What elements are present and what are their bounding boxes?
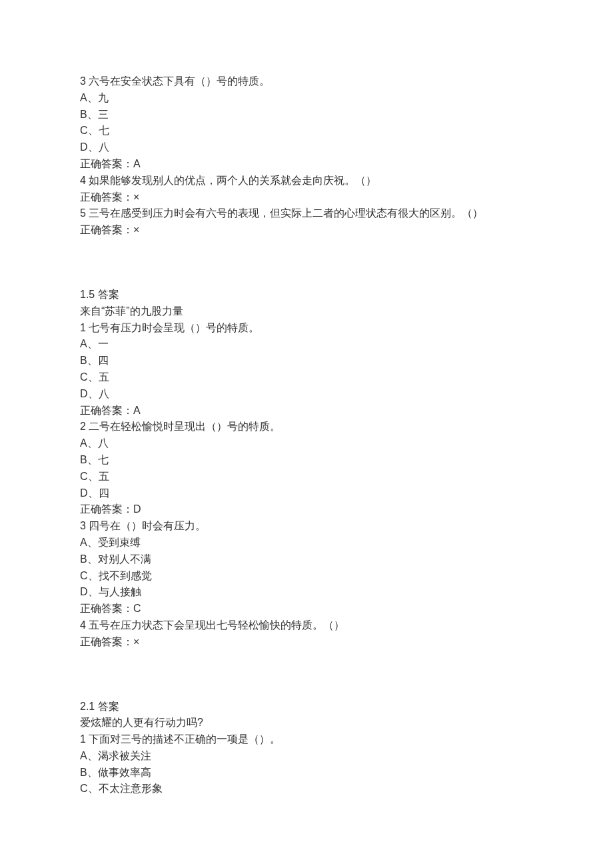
s15-q4-answer: 正确答案：×	[80, 634, 533, 651]
question-4-answer: 正确答案：×	[80, 189, 533, 206]
section-gap	[80, 239, 533, 287]
s15-q1-stem: 1 七号有压力时会呈现（）号的特质。	[80, 320, 533, 337]
s15-q2-option-c: C、五	[80, 469, 533, 485]
s15-q2-stem: 2 二号在轻松愉悦时呈现出（）号的特质。	[80, 419, 533, 435]
s15-q1-option-d: D、八	[80, 386, 533, 403]
s15-q3-option-b: B、对别人不满	[80, 551, 533, 568]
question-3-option-c: C、七	[80, 123, 533, 139]
section-2-1-title: 爱炫耀的人更有行动力吗?	[80, 715, 533, 731]
s15-q3-answer: 正确答案：C	[80, 601, 533, 617]
question-3-option-d: D、八	[80, 139, 533, 156]
s15-q3-option-a: A、受到束缚	[80, 535, 533, 551]
s15-q1-option-c: C、五	[80, 369, 533, 386]
question-3-answer: 正确答案：A	[80, 156, 533, 173]
s15-q4-stem: 4 五号在压力状态下会呈现出七号轻松愉快的特质。（）	[80, 617, 533, 634]
s21-q1-option-a: A、渴求被关注	[80, 748, 533, 765]
question-3-stem: 3 六号在安全状态下具有（）号的特质。	[80, 73, 533, 90]
s15-q3-stem: 3 四号在（）时会有压力。	[80, 518, 533, 535]
s15-q1-answer: 正确答案：A	[80, 403, 533, 419]
question-5-stem: 5 三号在感受到压力时会有六号的表现，但实际上二者的心理状态有很大的区别。（）	[80, 205, 533, 222]
s21-q1-option-c: C、不太注意形象	[80, 781, 533, 797]
section-2-1-heading: 2.1 答案	[80, 699, 533, 715]
s15-q3-option-d: D、与人接触	[80, 584, 533, 601]
question-3-option-b: B、三	[80, 107, 533, 123]
section-1-5-title: 来自“苏菲”的九股力量	[80, 303, 533, 320]
s15-q2-option-d: D、四	[80, 485, 533, 502]
s21-q1-stem: 1 下面对三号的描述不正确的一项是（）。	[80, 731, 533, 748]
section-gap	[80, 651, 533, 699]
question-3-option-a: A、九	[80, 90, 533, 107]
section-1-5-heading: 1.5 答案	[80, 287, 533, 303]
question-5-answer: 正确答案：×	[80, 222, 533, 239]
s15-q3-option-c: C、找不到感觉	[80, 568, 533, 585]
s15-q2-option-a: A、八	[80, 435, 533, 452]
question-4-stem: 4 如果能够发现别人的优点，两个人的关系就会走向庆祝。（）	[80, 173, 533, 189]
s15-q1-option-b: B、四	[80, 353, 533, 369]
s15-q1-option-a: A、一	[80, 336, 533, 353]
s15-q2-option-b: B、七	[80, 452, 533, 469]
s15-q2-answer: 正确答案：D	[80, 501, 533, 518]
document-page: 3 六号在安全状态下具有（）号的特质。 A、九 B、三 C、七 D、八 正确答案…	[0, 0, 613, 868]
s21-q1-option-b: B、做事效率高	[80, 765, 533, 781]
